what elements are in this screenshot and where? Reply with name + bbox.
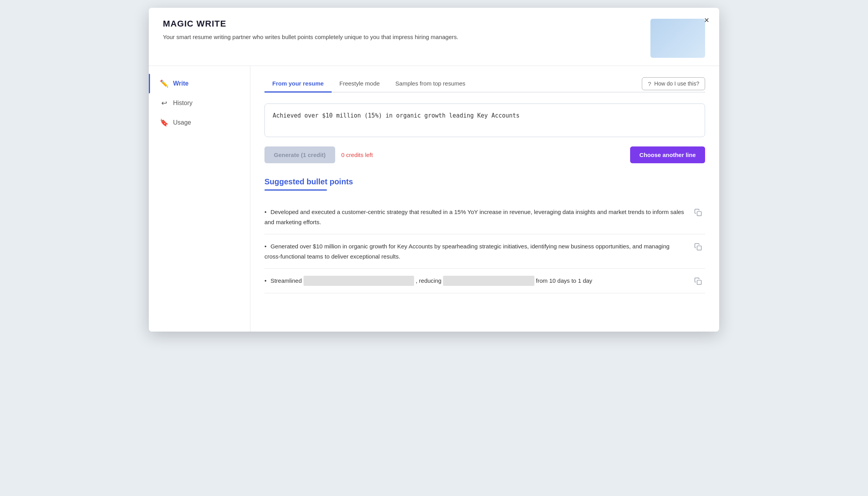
- history-icon: ↩: [160, 99, 168, 107]
- header-decoration: [650, 19, 705, 58]
- sidebar-item-history[interactable]: ↩ History: [149, 93, 250, 113]
- tab-samples[interactable]: Samples from top resumes: [388, 75, 473, 93]
- sidebar-item-history-label: History: [173, 100, 193, 107]
- blurred-text-1: [304, 276, 414, 286]
- bullet-text-2: • Generated over $10 million in organic …: [264, 241, 705, 261]
- write-icon: ✏️: [160, 79, 168, 88]
- bullet-input[interactable]: [264, 103, 705, 137]
- bullet-text-1: • Developed and executed a customer-cent…: [264, 207, 705, 227]
- help-icon: ?: [648, 80, 651, 87]
- bullet-dot-2: •: [264, 243, 266, 250]
- tabs-container: From your resume Freestyle mode Samples …: [264, 75, 705, 93]
- sidebar-item-usage-label: Usage: [173, 119, 191, 126]
- generate-button[interactable]: Generate (1 credit): [264, 146, 335, 163]
- credits-left-label: 0 credits left: [341, 152, 373, 158]
- copy-icon-3[interactable]: [693, 276, 704, 289]
- help-label: How do I use this?: [654, 80, 699, 87]
- modal-title: MAGIC WRITE: [163, 19, 458, 29]
- tab-freestyle[interactable]: Freestyle mode: [332, 75, 388, 93]
- bullet-item-2: • Generated over $10 million in organic …: [264, 234, 705, 269]
- main-content: From your resume Freestyle mode Samples …: [250, 66, 719, 332]
- copy-icon-2[interactable]: [693, 241, 704, 254]
- close-button[interactable]: ×: [700, 14, 713, 27]
- svg-rect-1: [697, 246, 702, 250]
- bullet-text-3: • Streamlined , reducing: [264, 276, 705, 286]
- sidebar-item-write[interactable]: ✏️ Write: [149, 74, 250, 93]
- magic-write-modal: MAGIC WRITE Your smart resume writing pa…: [149, 8, 719, 332]
- bullet-dot-3: •: [264, 277, 266, 284]
- svg-rect-2: [697, 280, 702, 285]
- modal-body: ✏️ Write ↩ History 🔖 Usage From your res…: [149, 66, 719, 332]
- suggested-underline: [264, 189, 327, 191]
- blurred-text-2: [443, 276, 534, 286]
- svg-rect-0: [697, 212, 702, 216]
- bullet-item-1: • Developed and executed a customer-cent…: [264, 200, 705, 234]
- sidebar-item-write-label: Write: [173, 80, 189, 87]
- suggested-section: Suggested bullet points • Developed and …: [264, 177, 705, 293]
- bullet-item-3: • Streamlined , reducing: [264, 269, 705, 293]
- header-text: MAGIC WRITE Your smart resume writing pa…: [163, 19, 458, 42]
- copy-icon-1[interactable]: [693, 207, 704, 220]
- action-row: Generate (1 credit) 0 credits left Choos…: [264, 146, 705, 163]
- modal-subtitle: Your smart resume writing partner who wr…: [163, 33, 458, 42]
- sidebar-item-usage[interactable]: 🔖 Usage: [149, 113, 250, 132]
- sidebar: ✏️ Write ↩ History 🔖 Usage: [149, 66, 250, 332]
- bullet-dot-1: •: [264, 209, 266, 215]
- choose-another-line-button[interactable]: Choose another line: [630, 146, 705, 163]
- modal-header: MAGIC WRITE Your smart resume writing pa…: [149, 8, 719, 66]
- suggested-title: Suggested bullet points: [264, 177, 705, 186]
- help-button[interactable]: ? How do I use this?: [642, 77, 705, 90]
- tab-from-resume[interactable]: From your resume: [264, 75, 332, 93]
- usage-icon: 🔖: [160, 118, 168, 127]
